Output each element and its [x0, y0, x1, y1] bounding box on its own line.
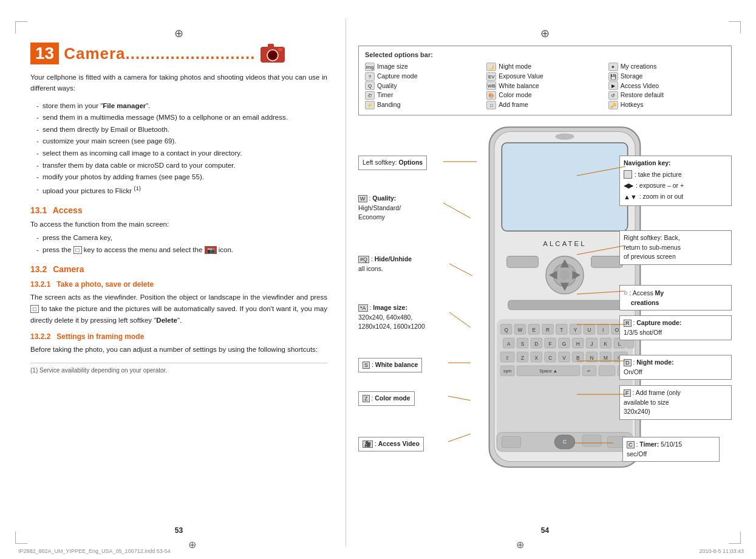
svg-text:ALCATEL: ALCATEL: [543, 240, 587, 247]
opt-capturemode: ? Capture mode: [365, 72, 482, 81]
ann-mycreations: ○ : Access My creations: [619, 285, 732, 311]
svg-text:F: F: [549, 341, 552, 347]
ann-whitebalance: S : White balance: [358, 358, 422, 372]
crosshair-left: ⊕: [173, 27, 185, 39]
settings-text: Before taking the photo, you can adjust …: [30, 344, 327, 355]
opt-addframe: □ Add frame: [486, 100, 603, 110]
restore-icon: ↺: [608, 91, 618, 100]
phone-diagram: ALCATEL: [358, 124, 732, 482]
right-page: ⊕ Selected options bar: img Image size ?…: [346, 18, 744, 547]
print-info-right: 2010-8-5 11:03:43: [699, 548, 744, 554]
addframe-icon: □: [486, 101, 496, 109]
svg-text:C: C: [548, 354, 552, 360]
crosshair-bottom-right: ⊕: [516, 539, 524, 550]
options-bar-title: Selected options bar:: [365, 51, 725, 58]
svg-rect-4: [278, 48, 282, 51]
svg-text:V: V: [562, 354, 566, 360]
whitebalance-icon: WB: [486, 81, 496, 90]
options-col3: ✦ My creations 💾 Storage ▶ Access Video: [608, 62, 725, 110]
list-item: transfer them by data cable or microSD c…: [36, 160, 327, 172]
colormode-icon: 🎨: [486, 91, 496, 100]
list-item: upload your pictures to Flickr (1): [36, 183, 327, 197]
svg-text:Space ▲: Space ▲: [539, 368, 557, 374]
svg-point-17: [560, 270, 570, 280]
ann-hide: #Q : Hide/Unhide all icons.: [358, 255, 446, 274]
list-item: press the Camera key,: [36, 232, 327, 244]
opt-imagesize: img Image size: [365, 62, 482, 72]
svg-text:E: E: [532, 327, 536, 333]
options-grid: img Image size ? Capture mode Q Quality: [365, 62, 725, 110]
options-bar-container: Selected options bar: img Image size ? C…: [358, 46, 732, 115]
quality-icon: Q: [365, 81, 375, 90]
take-photo-text: The screen acts as the viewfinder. Posit…: [30, 292, 327, 326]
hotkeys-icon: 🔑: [608, 101, 618, 109]
ann-navkey: Navigation key: : take the picture ◀▶ : …: [619, 156, 732, 207]
chapter-heading: 13 Camera..........................: [30, 43, 327, 64]
imagesize-icon: img: [365, 63, 375, 71]
svg-text:L: L: [618, 341, 621, 347]
ann-imagesize: *A : Image size: 320x240, 640x480,1280x1…: [358, 303, 446, 332]
timer-icon: ⏱: [365, 91, 375, 100]
opt-colormode: 🎨 Color mode: [486, 91, 603, 100]
page-num-right: 54: [346, 526, 744, 535]
svg-point-2: [269, 52, 276, 59]
print-info-left: IP2882_802A_UM_YIPPEE_Eng_USA_05_100712.…: [18, 548, 171, 554]
nightmode-icon: 🌙: [486, 63, 496, 71]
svg-text:Y: Y: [574, 327, 577, 333]
accessvideo-icon: ▶: [608, 81, 618, 90]
opt-storage: 💾 Storage: [608, 72, 725, 81]
opt-nightmode: 🌙 Night mode: [486, 62, 603, 72]
list-item: select them as incoming call image to a …: [36, 148, 327, 160]
opt-accessvideo: ▶ Access Video: [608, 81, 725, 91]
opt-mycreations: ✦ My creations: [608, 62, 725, 72]
ann-addframe: F : Add frame (only available to size 32…: [619, 385, 732, 420]
crosshair-right: ⊕: [539, 27, 551, 39]
list-item: customize your main screen (see page 69)…: [36, 135, 327, 148]
list-item: modify your photos by adding frames (see…: [36, 171, 327, 183]
corner-tl: [15, 21, 27, 33]
storage-icon: 💾: [608, 72, 618, 81]
footnote: (1) Service availability depending on yo…: [30, 363, 327, 374]
subsection-13-2-1: 13.2.1 Take a photo, save or delete: [30, 280, 327, 289]
opt-whitebalance: WB White balance: [486, 81, 603, 91]
svg-text:K: K: [604, 341, 608, 347]
svg-text:J: J: [590, 341, 593, 347]
svg-text:B: B: [576, 354, 580, 360]
svg-text:G: G: [562, 341, 566, 347]
svg-rect-90: [582, 435, 601, 447]
svg-rect-7: [502, 143, 627, 231]
svg-text:O: O: [615, 327, 619, 333]
svg-text:N: N: [590, 354, 594, 360]
svg-text:A: A: [507, 341, 511, 347]
svg-text:W: W: [518, 327, 523, 333]
opt-quality: Q Quality: [365, 81, 482, 91]
corner-tr: [729, 21, 741, 33]
list-item: press the □ key to access the menu and s…: [36, 244, 327, 256]
opt-restoredefault: ↺ Restore default: [608, 91, 725, 100]
access-intro: To access the function from the main scr…: [30, 219, 327, 230]
svg-text:T: T: [560, 327, 563, 333]
svg-rect-88: [502, 436, 520, 448]
mycreations-icon: ✦: [608, 63, 618, 71]
svg-text:sym: sym: [503, 368, 511, 374]
chapter-number: 13: [30, 43, 59, 64]
svg-text:↵: ↵: [587, 368, 591, 374]
intro-text: Your cellphone is fitted with a camera f…: [30, 72, 327, 94]
ann-colormode: Z : Color mode: [358, 391, 415, 406]
svg-text:Z: Z: [521, 354, 524, 360]
opt-timer: ⏱ Timer: [365, 91, 482, 100]
banding-icon: ⚡: [365, 101, 375, 109]
svg-text:U: U: [587, 327, 591, 333]
subsection-13-2-2: 13.2.2 Settings in framing mode: [30, 332, 327, 341]
svg-text:D: D: [534, 341, 538, 347]
svg-rect-18: [507, 256, 539, 267]
svg-text:⇧: ⇧: [505, 354, 509, 360]
access-bullets: press the Camera key, press the □ key to…: [36, 232, 327, 256]
bullet-list: store them in your "File manager". send …: [36, 100, 327, 197]
svg-rect-19: [591, 256, 623, 267]
opt-hotkeys: 🔑 Hotkeys: [608, 100, 725, 110]
svg-rect-3: [268, 44, 274, 48]
svg-text:S: S: [521, 341, 525, 347]
ann-timer: C : Timer: 5/10/15 sec/Off: [622, 437, 720, 462]
svg-point-8: [555, 133, 574, 139]
